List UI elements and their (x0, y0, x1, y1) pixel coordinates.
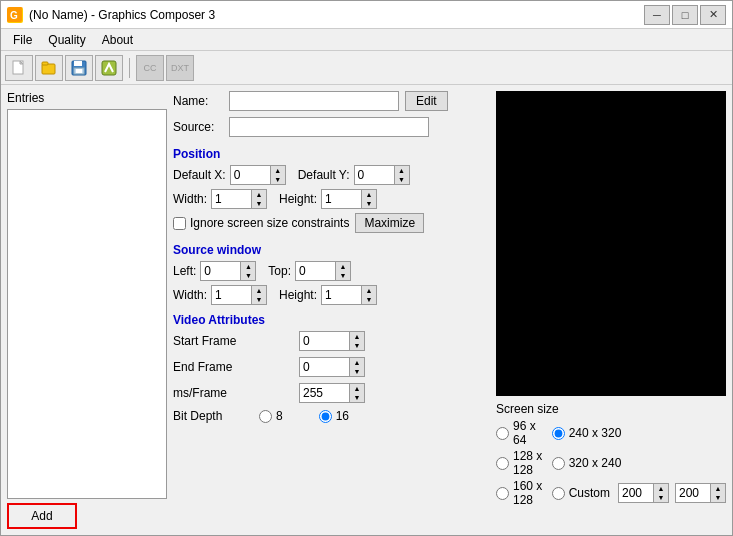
screen-160x128-radio[interactable] (496, 487, 509, 500)
entries-list[interactable] (7, 109, 167, 499)
default-x-spinner: ▲ ▼ (230, 165, 286, 185)
end-frame-up[interactable]: ▲ (350, 358, 364, 367)
default-x-down[interactable]: ▼ (271, 175, 285, 184)
bit-8-option[interactable]: 8 (259, 409, 283, 423)
bit-16-radio[interactable] (319, 410, 332, 423)
screen-160x128-option[interactable]: 160 x 128 (496, 479, 544, 507)
height-up[interactable]: ▲ (362, 190, 376, 199)
sw-height-input[interactable] (321, 285, 361, 305)
left-top-row: Left: ▲ ▼ Top: ▲ ▼ (173, 261, 490, 281)
custom-h-down[interactable]: ▼ (711, 493, 725, 502)
toolbar-dxt-button: DXT (166, 55, 194, 81)
default-x-input[interactable] (230, 165, 270, 185)
toolbar-separator (129, 58, 130, 78)
custom-w-up[interactable]: ▲ (654, 484, 668, 493)
custom-w-input[interactable] (618, 483, 653, 503)
screen-240x320-radio[interactable] (552, 427, 565, 440)
custom-h-buttons: ▲ ▼ (710, 483, 726, 503)
menu-about[interactable]: About (94, 31, 141, 48)
edit-button[interactable]: Edit (405, 91, 448, 111)
custom-row: Custom ▲ ▼ ▲ (552, 479, 726, 507)
top-up[interactable]: ▲ (336, 262, 350, 271)
video-attr-label: Video Attributes (173, 313, 490, 327)
screen-128x128-radio[interactable] (496, 457, 509, 470)
custom-h-input[interactable] (675, 483, 710, 503)
start-frame-up[interactable]: ▲ (350, 332, 364, 341)
entries-panel: Entries Add (7, 91, 167, 529)
menu-quality[interactable]: Quality (40, 31, 93, 48)
top-buttons: ▲ ▼ (335, 261, 351, 281)
default-x-up[interactable]: ▲ (271, 166, 285, 175)
screen-240x320-label: 240 x 320 (569, 426, 622, 440)
screen-custom-radio[interactable] (552, 487, 565, 500)
start-frame-input[interactable] (299, 331, 349, 351)
close-button[interactable]: ✕ (700, 5, 726, 25)
default-y-down[interactable]: ▼ (395, 175, 409, 184)
ms-frame-up[interactable]: ▲ (350, 384, 364, 393)
default-y-label: Default Y: (298, 168, 350, 182)
left-up[interactable]: ▲ (241, 262, 255, 271)
name-input[interactable] (229, 91, 399, 111)
preview-canvas (496, 91, 726, 396)
height-spinner: ▲ ▼ (321, 189, 377, 209)
source-input[interactable] (229, 117, 429, 137)
width-input[interactable] (211, 189, 251, 209)
sw-width-up[interactable]: ▲ (252, 286, 266, 295)
menu-file[interactable]: File (5, 31, 40, 48)
left-label: Left: (173, 264, 196, 278)
position-section-label: Position (173, 147, 490, 161)
custom-w-down[interactable]: ▼ (654, 493, 668, 502)
end-frame-down[interactable]: ▼ (350, 367, 364, 376)
bit-16-option[interactable]: 16 (319, 409, 349, 423)
screen-custom-option[interactable]: Custom (552, 486, 610, 500)
screen-320x240-label: 320 x 240 (569, 456, 622, 470)
name-row: Name: Edit (173, 91, 490, 111)
default-y-input[interactable] (354, 165, 394, 185)
sw-height-spinner: ▲ ▼ (321, 285, 377, 305)
maximize-button[interactable]: □ (672, 5, 698, 25)
screen-96x64-radio[interactable] (496, 427, 509, 440)
ignore-checkbox[interactable] (173, 217, 186, 230)
add-button[interactable]: Add (7, 503, 77, 529)
maximize-button-prop[interactable]: Maximize (355, 213, 424, 233)
screen-size-grid: 96 x 64 240 x 320 128 x 128 320 x 240 (496, 419, 726, 507)
toolbar-open-button[interactable] (35, 55, 63, 81)
ms-frame-down[interactable]: ▼ (350, 393, 364, 402)
left-input[interactable] (200, 261, 240, 281)
top-input[interactable] (295, 261, 335, 281)
width-up[interactable]: ▲ (252, 190, 266, 199)
start-frame-down[interactable]: ▼ (350, 341, 364, 350)
screen-320x240-radio[interactable] (552, 457, 565, 470)
custom-w-spinner: ▲ ▼ (618, 483, 669, 503)
minimize-button[interactable]: ─ (644, 5, 670, 25)
height-down[interactable]: ▼ (362, 199, 376, 208)
height-input[interactable] (321, 189, 361, 209)
end-frame-input[interactable] (299, 357, 349, 377)
sw-height-down[interactable]: ▼ (362, 295, 376, 304)
screen-128x128-option[interactable]: 128 x 128 (496, 449, 544, 477)
ms-frame-input[interactable] (299, 383, 349, 403)
screen-96x64-option[interactable]: 96 x 64 (496, 419, 544, 447)
ms-frame-row: ms/Frame ▲ ▼ (173, 383, 490, 403)
sw-width-down[interactable]: ▼ (252, 295, 266, 304)
preview-panel: Screen size 96 x 64 240 x 320 128 x 128 (496, 91, 726, 529)
sw-height-up[interactable]: ▲ (362, 286, 376, 295)
left-down[interactable]: ▼ (241, 271, 255, 280)
screen-128x128-label: 128 x 128 (513, 449, 544, 477)
screen-320x240-option[interactable]: 320 x 240 (552, 449, 726, 477)
width-down[interactable]: ▼ (252, 199, 266, 208)
bit-8-radio[interactable] (259, 410, 272, 423)
width-label: Width: (173, 192, 207, 206)
custom-h-spinner: ▲ ▼ (675, 483, 726, 503)
screen-240x320-option[interactable]: 240 x 320 (552, 419, 726, 447)
toolbar-save-button[interactable] (65, 55, 93, 81)
bit-depth-row: Bit Depth 8 16 (173, 409, 490, 423)
custom-h-up[interactable]: ▲ (711, 484, 725, 493)
toolbar-new-button[interactable] (5, 55, 33, 81)
top-down[interactable]: ▼ (336, 271, 350, 280)
sw-width-input[interactable] (211, 285, 251, 305)
toolbar: CC DXT (1, 51, 732, 85)
main-content: Entries Add Name: Edit Source: Position (1, 85, 732, 535)
default-y-up[interactable]: ▲ (395, 166, 409, 175)
toolbar-paint-button[interactable] (95, 55, 123, 81)
